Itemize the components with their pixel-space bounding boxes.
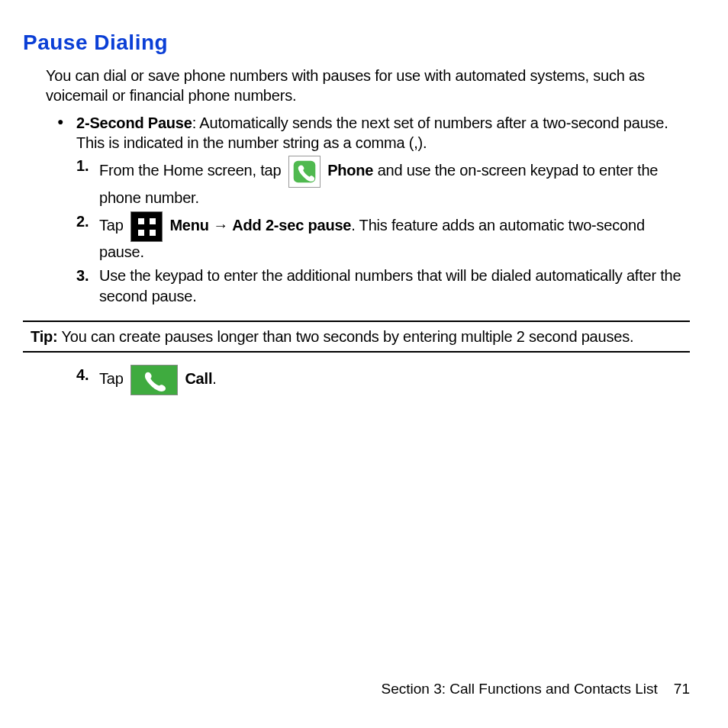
step-number: 2. xyxy=(76,211,89,232)
step-number: 1. xyxy=(76,156,89,176)
numbered-list-cont: 4. Tap Call. xyxy=(76,365,690,395)
bullet-item: 2-Second Pause: Automatically sends the … xyxy=(57,113,690,153)
step-text-pre: From the Home screen, tap xyxy=(99,162,285,179)
step-number: 3. xyxy=(76,266,89,286)
tip-label: Tip: xyxy=(31,328,58,345)
step-bold: Call xyxy=(185,370,212,387)
step-bold-add: Add 2-sec pause xyxy=(232,217,351,234)
tip-box: Tip: You can create pauses longer than t… xyxy=(23,327,690,346)
section-heading: Pause Dialing xyxy=(23,31,690,55)
footer-section: Section 3: Call Functions and Contacts L… xyxy=(381,681,657,697)
step-bold: Phone xyxy=(327,162,373,179)
manual-page: Pause Dialing You can dial or save phone… xyxy=(0,0,728,728)
step-3: 3. Use the keypad to enter the additiona… xyxy=(76,266,690,307)
menu-icon xyxy=(130,211,163,242)
numbered-list: 1. From the Home screen, tap Phone and u… xyxy=(76,156,690,307)
step-text-post: . xyxy=(212,370,216,387)
call-icon xyxy=(130,365,178,395)
divider-top xyxy=(23,321,690,322)
arrow: → xyxy=(209,217,233,234)
tip-text: You can create pauses longer than two se… xyxy=(58,328,634,345)
footer-page-number: 71 xyxy=(674,681,690,697)
step-bold-menu: Menu xyxy=(169,217,208,234)
phone-icon xyxy=(288,156,321,188)
step-text-pre: Tap xyxy=(99,217,127,234)
intro-paragraph: You can dial or save phone numbers with … xyxy=(46,66,690,105)
bullet-label: 2-Second Pause xyxy=(76,114,192,131)
step-1: 1. From the Home screen, tap Phone and u… xyxy=(76,156,690,208)
step-2: 2. Tap Menu → Add 2-sec pause. This feat… xyxy=(76,211,690,263)
step-number: 4. xyxy=(76,365,89,385)
step-4: 4. Tap Call. xyxy=(76,365,690,395)
page-footer: Section 3: Call Functions and Contacts L… xyxy=(381,681,690,697)
divider-bottom xyxy=(23,351,690,353)
step-text-pre: Tap xyxy=(99,370,127,387)
step-text: Use the keypad to enter the additional n… xyxy=(99,267,681,304)
